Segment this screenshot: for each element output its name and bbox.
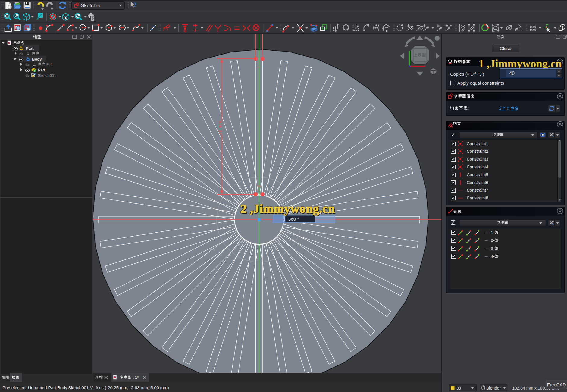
svg-text:?: ? (133, 1, 137, 8)
svg-text:40 mm: 40 mm (218, 121, 223, 135)
svg-text:Sketcher: Sketcher (81, 3, 101, 8)
svg-text:360 °: 360 ° (288, 216, 299, 221)
